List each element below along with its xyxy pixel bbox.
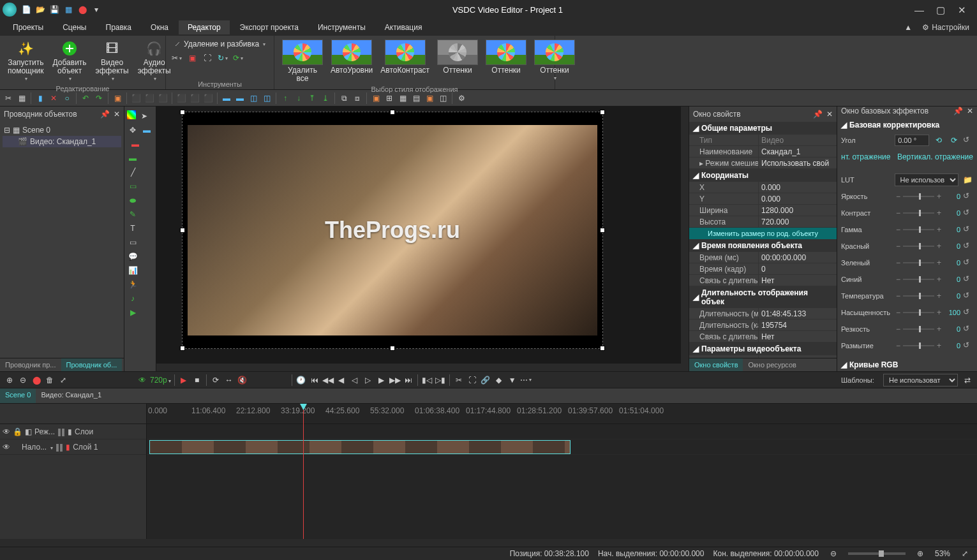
plus-icon[interactable]: + <box>937 308 941 317</box>
snap-icon[interactable]: ▦ <box>397 92 408 104</box>
ellipse-icon[interactable]: ⬬ <box>127 195 138 206</box>
timeline-scrollbar-h[interactable] <box>0 539 977 547</box>
warning-icon[interactable]: ▲ <box>904 23 912 32</box>
reset-icon[interactable]: ↺ <box>963 307 973 318</box>
eye-icon[interactable]: 👁 <box>3 443 10 452</box>
valign-m-icon[interactable]: ⬛ <box>189 92 200 104</box>
handle-icon[interactable] <box>180 110 185 115</box>
rotate-90-icon[interactable]: ⟳ <box>948 135 960 146</box>
qat-new-icon[interactable]: 📄 <box>22 5 31 14</box>
size-icon[interactable]: ◫ <box>248 92 259 104</box>
music-icon[interactable]: ♪ <box>127 293 138 304</box>
redo-icon[interactable]: ↷ <box>93 92 105 104</box>
tl-prev-icon[interactable]: ◀ <box>336 374 347 386</box>
expand-icon[interactable]: ⊟ <box>4 126 10 135</box>
dist-h-icon[interactable]: ▬ <box>221 92 232 104</box>
gear-icon[interactable]: ⚙ <box>456 92 467 104</box>
reset-icon[interactable]: ↺ <box>963 324 973 334</box>
chart-icon[interactable]: 📊 <box>127 265 138 276</box>
crop-icon[interactable]: ▣ <box>186 52 198 64</box>
lut-select[interactable]: Не использов <box>895 173 958 186</box>
plus-icon[interactable]: + <box>937 209 941 217</box>
plus-icon[interactable]: + <box>937 291 941 300</box>
audio-icon[interactable]: ‖‖ <box>57 427 65 436</box>
tl-fit-icon[interactable]: ⤢ <box>57 374 69 386</box>
style-shade1[interactable]: Оттенки <box>435 38 481 76</box>
valign-b-icon[interactable]: ⬛ <box>202 92 214 104</box>
slider-7[interactable] <box>903 312 934 313</box>
tree-item[interactable]: 🎬Видео: Скандал_1 <box>3 136 121 147</box>
timeline-ruler[interactable]: 0.000 11:06.400 22:12.800 33:19.200 44:2… <box>147 404 977 424</box>
delete-split-button[interactable]: ⟋Удаление и разбивка <box>171 38 269 50</box>
hflip-link[interactable]: нт. отражение <box>841 152 890 161</box>
tl-gostart-icon[interactable]: ⏮ <box>309 374 320 386</box>
menu-activation[interactable]: Активация <box>376 20 431 34</box>
pin-icon[interactable]: 📌 <box>813 110 823 119</box>
audio-icon[interactable]: ‖‖ <box>56 443 63 452</box>
handle-icon[interactable] <box>600 228 605 233</box>
up-icon[interactable]: ↑ <box>280 92 291 104</box>
folder-icon[interactable]: 📁 <box>962 174 973 186</box>
tl-stepback-icon[interactable]: ◁ <box>349 374 361 386</box>
minus-icon[interactable]: − <box>896 225 900 234</box>
align-l-icon[interactable]: ⬛ <box>130 92 142 104</box>
slider-5[interactable] <box>903 279 934 280</box>
paste-icon[interactable]: ▮ <box>34 92 46 104</box>
valign-t-icon[interactable]: ⬛ <box>175 92 187 104</box>
tooltip-icon[interactable]: ▭ <box>127 237 138 248</box>
handle-icon[interactable] <box>180 346 185 351</box>
person-icon[interactable]: 🏃 <box>127 279 138 290</box>
wizard-button[interactable]: ✨Запустить помощник <box>5 38 47 84</box>
minus-icon[interactable]: − <box>896 291 900 300</box>
tab-properties[interactable]: Окно свойств <box>689 358 743 371</box>
menu-tools[interactable]: Инструменты <box>309 20 375 34</box>
menu-windows[interactable]: Окна <box>142 20 177 34</box>
minus-icon[interactable]: − <box>896 325 900 334</box>
timeline-tracks[interactable]: 0.000 11:06.400 22:12.800 33:19.200 44:2… <box>147 404 977 539</box>
plus-icon[interactable]: + <box>937 242 941 251</box>
grid-icon[interactable]: ⊞ <box>384 92 395 104</box>
rect-blue-icon[interactable]: ▬ <box>141 124 153 136</box>
angle-input[interactable] <box>895 135 929 146</box>
zoom-out-icon[interactable]: ⊖ <box>828 548 839 559</box>
handle-icon[interactable] <box>600 346 605 351</box>
scrollbar-h[interactable] <box>156 364 689 371</box>
properties-list[interactable]: ◢ Общие параметры ТипВидео НаименованиеС… <box>689 122 837 358</box>
slider-1[interactable] <box>903 212 934 214</box>
slider-0[interactable] <box>903 196 934 197</box>
section-duration[interactable]: ◢ Длительность отображения объек <box>689 286 837 308</box>
scrollbar-v[interactable] <box>681 107 689 371</box>
tl-markout-icon[interactable]: ▷▮ <box>435 374 446 386</box>
minus-icon[interactable]: − <box>896 192 900 201</box>
qat-more-icon[interactable]: ▾ <box>92 5 101 14</box>
reset-icon[interactable]: ↺ <box>963 274 973 284</box>
qat-open-icon[interactable]: 📂 <box>36 5 45 14</box>
timeline-scene-tab[interactable]: Scene 0 <box>0 388 36 403</box>
ruler-icon[interactable]: ▤ <box>410 92 422 104</box>
slider-4[interactable] <box>903 262 934 263</box>
playhead[interactable] <box>303 404 304 539</box>
line-icon[interactable]: ╱ <box>127 166 138 178</box>
plus-icon[interactable]: + <box>937 325 941 334</box>
tl-more-icon[interactable]: ⋯ <box>520 374 532 386</box>
select-icon[interactable]: ▣ <box>112 92 123 104</box>
pin-icon[interactable]: 📌 <box>100 110 110 119</box>
rotate90-icon[interactable]: ⟲ <box>933 135 944 146</box>
rotate-icon[interactable]: ↻ <box>217 52 228 64</box>
tl-split-icon[interactable]: ✂ <box>453 374 465 386</box>
plus-icon[interactable]: + <box>937 341 941 350</box>
group-icon[interactable]: ⧉ <box>338 92 350 104</box>
qat-save-icon[interactable]: 💾 <box>50 5 59 14</box>
minus-icon[interactable]: − <box>896 209 900 217</box>
fit-icon[interactable]: ◫ <box>437 92 449 104</box>
text-icon[interactable]: T <box>127 223 138 234</box>
section-general[interactable]: ◢ Общие параметры <box>689 122 837 135</box>
gradient-icon[interactable] <box>127 110 136 119</box>
pen-icon[interactable]: ✎ <box>127 209 138 220</box>
crop2-icon[interactable]: ⛶ <box>202 52 213 64</box>
menu-scenes[interactable]: Сцены <box>54 20 95 34</box>
ungroup-icon[interactable]: ⧈ <box>352 92 363 104</box>
reset-icon[interactable]: ↺ <box>963 191 973 202</box>
tl-del-icon[interactable]: 🗑 <box>44 374 56 386</box>
section-appear[interactable]: ◢ Время появления объекта <box>689 239 837 252</box>
